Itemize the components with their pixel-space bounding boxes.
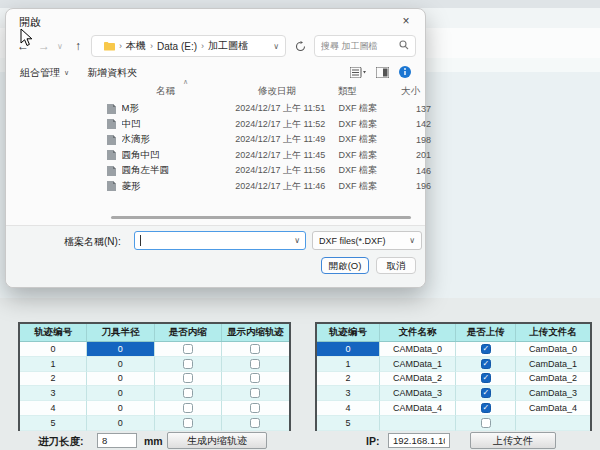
- cell-upload-name[interactable]: CamData_2: [516, 372, 590, 387]
- breadcrumb-separator: ›: [201, 41, 204, 51]
- file-row[interactable]: 菱形2024/12/17 上午 11:46DXF 檔案196: [101, 179, 431, 195]
- checkbox[interactable]: ✓: [481, 373, 491, 383]
- column-type[interactable]: 類型: [338, 85, 357, 98]
- forward-icon[interactable]: →: [36, 37, 52, 55]
- search-input[interactable]: 搜尋 加工圖檔: [314, 35, 416, 57]
- checkbox[interactable]: [250, 373, 260, 383]
- horizontal-scrollbar[interactable]: [111, 216, 411, 219]
- cell-upload-name[interactable]: [516, 416, 590, 431]
- file-name: 圓角左半圓: [122, 164, 236, 177]
- checkbox[interactable]: [183, 344, 193, 354]
- cell-file-name[interactable]: CAMData_4: [380, 401, 456, 416]
- file-row[interactable]: M形2024/12/17 上午 11:51DXF 檔案137: [101, 101, 431, 117]
- view-mode-icon[interactable]: [350, 67, 366, 80]
- file-row[interactable]: 水滴形2024/12/17 上午 11:49DXF 檔案198: [101, 132, 431, 148]
- cell-track-id[interactable]: 3: [317, 386, 380, 401]
- checkbox[interactable]: [250, 388, 260, 398]
- cell-tool-radius[interactable]: 0: [87, 386, 154, 401]
- breadcrumb-segment[interactable]: 加工圖檔: [208, 39, 248, 53]
- cell-file-name[interactable]: CAMData_2: [380, 372, 456, 387]
- cell-upload-flag: ✓: [456, 342, 516, 357]
- breadcrumb-chevron-icon[interactable]: ∨: [273, 42, 279, 51]
- ip-input[interactable]: [388, 433, 450, 448]
- up-icon[interactable]: ↑: [70, 37, 86, 55]
- file-row[interactable]: 圓角左半圓2024/12/17 上午 11:56DXF 檔案146: [101, 163, 431, 179]
- cell-track-id[interactable]: 2: [317, 372, 380, 387]
- checkbox[interactable]: [250, 344, 260, 354]
- checkbox[interactable]: [183, 373, 193, 383]
- table-row: 00: [20, 342, 289, 357]
- filename-label: 檔案名稱(N):: [64, 235, 121, 249]
- checkbox[interactable]: ✓: [481, 344, 491, 354]
- organize-menu[interactable]: 組合管理 ∨: [20, 66, 69, 80]
- cell-file-name[interactable]: CAMData_1: [380, 357, 456, 372]
- file-date: 2024/12/17 上午 11:52: [235, 118, 338, 131]
- column-size[interactable]: 大小: [401, 85, 420, 98]
- cell-track-id[interactable]: 1: [20, 357, 87, 372]
- cancel-button[interactable]: 取消: [376, 257, 416, 274]
- checkbox[interactable]: [183, 418, 193, 428]
- checkbox[interactable]: ✓: [481, 359, 491, 369]
- cell-upload-name[interactable]: CamData_0: [516, 342, 590, 357]
- file-row[interactable]: 中凹2024/12/17 上午 11:52DXF 檔案142: [101, 117, 431, 133]
- file-row[interactable]: 圓角中凹2024/12/17 上午 11:45DXF 檔案201: [101, 148, 431, 164]
- cell-tool-radius[interactable]: 0: [87, 342, 154, 357]
- column-name[interactable]: 名稱: [156, 85, 175, 98]
- cell-file-name[interactable]: [380, 416, 456, 431]
- breadcrumb-segment[interactable]: Data (E:): [157, 41, 197, 52]
- filename-chevron-icon[interactable]: ∨: [294, 236, 300, 245]
- cell-upload-name[interactable]: CamData_4: [516, 401, 590, 416]
- cell-tool-radius[interactable]: 0: [87, 357, 154, 372]
- checkbox[interactable]: ✓: [481, 388, 491, 398]
- cell-track-id[interactable]: 5: [20, 416, 87, 431]
- new-folder-button[interactable]: 新增資料夾: [87, 66, 137, 80]
- checkbox[interactable]: [250, 359, 260, 369]
- breadcrumb[interactable]: ›本機›Data (E:)›加工圖檔 ∨: [91, 35, 286, 57]
- mouse-cursor: [20, 28, 33, 47]
- cell-track-id[interactable]: 0: [20, 342, 87, 357]
- cell-upload-name[interactable]: CamData_3: [516, 386, 590, 401]
- new-folder-label: 新增資料夾: [87, 66, 137, 80]
- cell-tool-radius[interactable]: 0: [87, 416, 154, 431]
- table-row: 30: [20, 386, 289, 401]
- cell-upload-name[interactable]: CamData_1: [516, 357, 590, 372]
- breadcrumb-segment[interactable]: 本機: [126, 39, 146, 53]
- cell-file-name[interactable]: CAMData_0: [380, 342, 456, 357]
- checkbox[interactable]: [250, 403, 260, 413]
- checkbox[interactable]: [250, 418, 260, 428]
- upload-file-button[interactable]: 上传文件: [470, 432, 556, 449]
- open-button[interactable]: 開啟(O): [321, 257, 369, 274]
- checkbox[interactable]: ✓: [481, 403, 491, 413]
- checkbox[interactable]: [183, 403, 193, 413]
- search-icon: [399, 40, 409, 52]
- cell-track-id[interactable]: 1: [317, 357, 380, 372]
- file-size: 137: [398, 104, 431, 114]
- cell-track-id[interactable]: 2: [20, 372, 87, 387]
- cell-file-name[interactable]: CAMData_3: [380, 386, 456, 401]
- cell-inner-shrink: [155, 357, 222, 372]
- filename-input[interactable]: ∨: [134, 231, 306, 250]
- file-date: 2024/12/17 上午 11:56: [235, 164, 338, 177]
- organize-label: 組合管理: [20, 66, 60, 80]
- filetype-select[interactable]: DXF files(*.DXF) ∨: [312, 231, 422, 250]
- cell-track-id[interactable]: 4: [20, 401, 87, 416]
- refresh-icon[interactable]: [291, 37, 309, 55]
- generate-track-button[interactable]: 生成内缩轨迹: [167, 432, 267, 449]
- cell-track-id[interactable]: 5: [317, 416, 380, 431]
- checkbox[interactable]: [481, 418, 491, 428]
- info-icon[interactable]: [399, 66, 411, 80]
- checkbox[interactable]: [183, 359, 193, 369]
- column-date-modified[interactable]: 修改日期: [258, 85, 296, 98]
- preview-pane-icon[interactable]: [376, 67, 389, 80]
- recent-locations-chevron-icon[interactable]: ∨: [57, 42, 65, 51]
- table-row: 20: [20, 372, 289, 387]
- dialog-footer: 檔案名稱(N): ∨ DXF files(*.DXF) ∨ 開啟(O) 取消: [6, 225, 425, 287]
- cell-track-id[interactable]: 0: [317, 342, 380, 357]
- checkbox[interactable]: [183, 388, 193, 398]
- cell-track-id[interactable]: 3: [20, 386, 87, 401]
- close-icon[interactable]: ×: [397, 13, 415, 29]
- cell-tool-radius[interactable]: 0: [87, 372, 154, 387]
- cell-tool-radius[interactable]: 0: [87, 401, 154, 416]
- cell-track-id[interactable]: 4: [317, 401, 380, 416]
- feed-length-input[interactable]: [97, 433, 137, 448]
